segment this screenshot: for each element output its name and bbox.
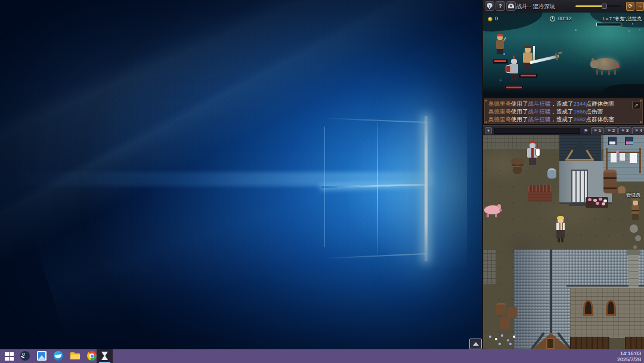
photos-taskbar-icon[interactable] xyxy=(37,351,47,361)
vignette xyxy=(0,0,483,349)
team-slot-button-4[interactable]: ⚑4 xyxy=(632,127,644,134)
battle-timer: 00:12 xyxy=(558,16,572,21)
chimney xyxy=(628,253,639,287)
speed-slider[interactable] xyxy=(575,5,621,7)
collapse-panel-button[interactable] xyxy=(469,339,482,349)
battle-title: 战斗 - 湿冷深坑 xyxy=(516,0,555,13)
slider-handle[interactable] xyxy=(602,4,607,9)
refresh-icon: ⟳ xyxy=(628,3,633,9)
game-taskbar-icon-active[interactable] xyxy=(97,349,113,363)
wooden-table xyxy=(510,158,525,165)
arched-window xyxy=(606,300,616,316)
pig-sprite[interactable] xyxy=(483,204,502,217)
steam-taskbar-icon[interactable] xyxy=(20,351,30,361)
expand-icon: ↗ xyxy=(634,102,639,108)
team-slot-button-1[interactable]: ⚑1 xyxy=(591,127,604,134)
help-icon: ? xyxy=(499,3,502,9)
sword-projectile xyxy=(530,52,564,67)
wooden-door xyxy=(570,337,609,349)
flag-icon: ⚑ xyxy=(635,129,639,133)
blue-jar xyxy=(547,168,556,179)
battle-log-line: 奥德里奇使用了战斗狂啸，造成了2344点群体伤害 xyxy=(488,100,637,108)
slider-fill xyxy=(575,5,605,7)
flag-icon: ⚑ xyxy=(594,129,597,133)
chevron-down-icon: ▾ xyxy=(487,128,490,133)
toolbar-menu-button[interactable]: ▾ xyxy=(485,127,492,134)
clock-time: 14:16:03 xyxy=(617,350,641,356)
screen: ! ? 战斗 - 湿冷深坑 ⟳ → xyxy=(0,0,644,363)
taskbar: 14:16:03 2025/7/28 xyxy=(0,349,644,363)
gold-coin-icon xyxy=(488,17,493,21)
auto-battle-button[interactable]: ⟳ xyxy=(626,2,634,11)
chimney-smoke xyxy=(630,224,638,233)
npc-admin-sprite[interactable] xyxy=(630,198,642,222)
hanging-cloth xyxy=(620,153,625,161)
stone-platform xyxy=(483,250,496,284)
equipment-button[interactable] xyxy=(506,1,516,11)
flag-icon: ⚑ xyxy=(608,129,611,133)
chevron-up-icon xyxy=(473,342,479,346)
hanging-cloth xyxy=(611,153,617,162)
shield-button[interactable]: ! xyxy=(485,1,494,11)
hourglass-icon xyxy=(101,352,108,360)
team-slot-button-2[interactable]: ⚑2 xyxy=(605,127,618,134)
hanging-cloth xyxy=(630,153,637,163)
bench-back xyxy=(528,185,551,192)
enemy-label: Lv.7 "寒鬼" 法拉克 xyxy=(603,16,642,22)
arched-window xyxy=(583,300,593,316)
town-map-viewport[interactable]: 管理员 xyxy=(483,135,644,349)
chrome-taskbar-icon[interactable] xyxy=(87,351,97,361)
cave-rock xyxy=(483,13,544,35)
chimney-cap xyxy=(627,250,640,255)
wooden-door xyxy=(625,337,644,349)
team-slot-button-3[interactable]: ⚑3 xyxy=(618,127,631,134)
clock-date: 2025/7/28 xyxy=(617,356,641,362)
gold-count: 0 xyxy=(495,16,498,21)
battle-log-line: 奥德里奇使用了战斗狂啸，造成了2692点群体伤害 xyxy=(488,115,637,124)
flag-icon: ⚑ xyxy=(583,128,589,134)
flowers-pink xyxy=(588,198,592,201)
timer-icon xyxy=(550,16,555,21)
npc-name-label: 管理员 xyxy=(626,192,640,198)
game-window: ! ? 战斗 - 湿冷深坑 ⟳ → xyxy=(483,0,644,349)
gable-beam xyxy=(565,159,594,161)
player-character-sprite[interactable] xyxy=(555,216,566,244)
exit-icon: → xyxy=(637,3,643,9)
barrels xyxy=(496,303,506,315)
desktop-wallpaper xyxy=(0,0,483,349)
start-button[interactable] xyxy=(5,352,14,361)
enemy-hp-bar xyxy=(596,23,621,26)
battle-log-panel: 奥德里奇使用了战斗狂啸，造成了2344点群体伤害 奥德里奇使用了战斗狂啸，造成了… xyxy=(483,97,644,125)
edge-taskbar-icon[interactable] xyxy=(54,351,63,361)
beast-sprite xyxy=(590,54,621,77)
taskbar-clock[interactable]: 14:16:03 2025/7/28 xyxy=(617,350,641,362)
large-barrel xyxy=(603,170,617,193)
shield-icon: ! xyxy=(487,3,493,10)
warrior-sprite-3 xyxy=(504,58,524,90)
log-expand-button[interactable]: ↗ xyxy=(632,101,640,109)
file-explorer-taskbar-icon[interactable] xyxy=(70,351,80,361)
helmet-icon xyxy=(508,4,514,8)
sack xyxy=(618,186,626,193)
bucket xyxy=(513,166,522,174)
armored-npc-sprite[interactable] xyxy=(525,141,540,166)
battle-viewport[interactable]: 0 00:12 Lv.7 "寒鬼" 法拉克 xyxy=(483,13,644,97)
game-header-bar: ! ? 战斗 - 湿冷深坑 ⟳ → xyxy=(483,0,644,13)
help-button[interactable]: ? xyxy=(496,1,505,11)
battle-log-line: 奥德里奇使用了战斗狂啸，造成了1866点伤害 xyxy=(488,107,637,116)
toolbar-input-bar[interactable] xyxy=(494,128,580,134)
windows-logo-icon xyxy=(5,352,9,356)
game-toolbar: ▾ ⚑ ⚑1 ⚑2 ⚑3 ⚑4 xyxy=(483,125,644,135)
exit-battle-button[interactable]: → xyxy=(636,2,644,11)
bench-seat xyxy=(528,192,552,202)
flag-icon: ⚑ xyxy=(621,129,625,133)
flowers-blue xyxy=(489,336,491,338)
